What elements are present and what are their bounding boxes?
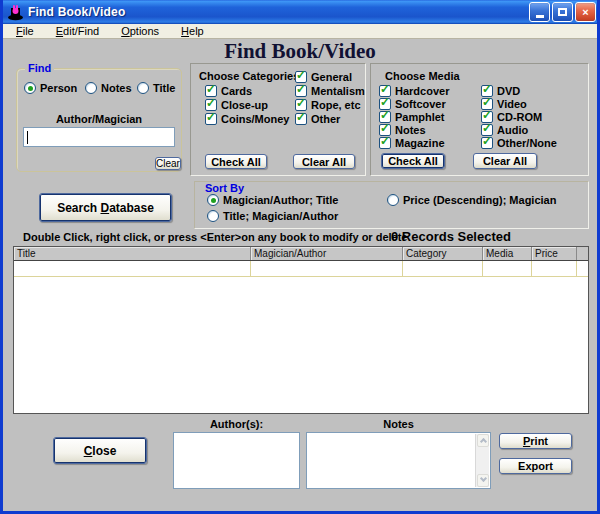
scroll-down-button[interactable] (477, 474, 489, 487)
media-clear-all-button[interactable]: Clear All (473, 153, 537, 169)
check-icon: ✓ (206, 97, 216, 109)
close-icon: × (582, 6, 588, 18)
chevron-up-icon (480, 438, 487, 445)
notes-label: Notes (306, 418, 491, 430)
modify-delete-hint: Double Click, right click, or press <Ent… (23, 231, 407, 243)
check-icon: ✓ (380, 135, 390, 147)
check-icon: ✓ (296, 69, 306, 81)
checkbox-other-category[interactable]: ✓ Other (295, 113, 340, 125)
checkbox-icon: ✓ (379, 137, 391, 149)
page-title: Find Book/Video (3, 39, 597, 64)
check-icon: ✓ (380, 109, 390, 121)
radio-person[interactable]: Person (24, 82, 77, 94)
close-window-button[interactable]: × (575, 2, 596, 22)
categories-panel: Choose Categories ✓ Cards ✓ Close-up ✓ C… (190, 63, 366, 176)
column-header-magician-author[interactable]: Magician/Author (251, 247, 403, 260)
menu-file[interactable]: File (6, 25, 44, 37)
check-icon: ✓ (206, 111, 216, 123)
menu-bar: File Edit/Find Options Help (0, 24, 600, 39)
notes-textarea[interactable] (306, 432, 491, 489)
check-icon: ✓ (482, 83, 492, 95)
check-icon: ✓ (296, 111, 306, 123)
sort-by-caption: Sort By (205, 182, 244, 194)
menu-help[interactable]: Help (171, 25, 214, 37)
chevron-down-icon (480, 475, 487, 482)
column-header-category[interactable]: Category (403, 247, 483, 260)
clear-author-button[interactable]: Clear (155, 157, 181, 170)
radio-icon (85, 82, 97, 94)
scroll-up-button[interactable] (477, 434, 489, 447)
print-button[interactable]: Print (499, 433, 572, 449)
media-caption: Choose Media (385, 70, 460, 82)
results-table[interactable]: Title Magician/Author Category Media Pri… (13, 246, 589, 414)
window-title: Find Book/Video (28, 5, 125, 19)
categories-clear-all-button[interactable]: Clear All (293, 154, 355, 169)
radio-sort-title-magician[interactable]: Title; Magician/Author (207, 210, 338, 222)
column-header-title[interactable]: Title (14, 247, 251, 260)
authors-textarea[interactable] (173, 432, 300, 489)
notes-scrollbar[interactable] (475, 434, 489, 487)
find-group-caption: Find (25, 62, 54, 74)
table-header-row: Title Magician/Author Category Media Pri… (14, 247, 588, 261)
check-icon: ✓ (296, 97, 306, 109)
radio-sort-price-descending[interactable]: Price (Descending); Magician (387, 194, 556, 206)
minimize-icon (536, 15, 544, 18)
checkbox-icon: ✓ (205, 113, 217, 125)
find-group: Find Person Notes Title Author/Magician … (16, 68, 182, 172)
radio-title[interactable]: Title (137, 82, 175, 94)
author-magician-label: Author/Magician (17, 113, 181, 125)
text-caret (27, 131, 28, 144)
check-icon: ✓ (380, 96, 390, 108)
checkbox-coins-money[interactable]: ✓ Coins/Money (205, 113, 289, 125)
check-icon: ✓ (296, 83, 306, 95)
check-icon: ✓ (206, 83, 216, 95)
menu-options[interactable]: Options (111, 25, 169, 37)
checkbox-other-none[interactable]: ✓ Other/None (481, 137, 557, 149)
checkbox-icon: ✓ (481, 137, 493, 149)
sort-by-panel: Sort By Magician/Author; Title Title; Ma… (194, 181, 589, 229)
checkbox-icon: ✓ (295, 113, 307, 125)
categories-check-all-button[interactable]: Check All (205, 154, 267, 169)
maximize-button[interactable] (552, 2, 573, 22)
close-button[interactable]: Close (53, 437, 147, 464)
media-check-all-button[interactable]: Check All (381, 153, 445, 169)
radio-notes[interactable]: Notes (85, 82, 132, 94)
radio-icon (137, 82, 149, 94)
search-database-button[interactable]: Search Database (39, 193, 172, 222)
radio-selected-icon (207, 194, 219, 206)
check-icon: ✓ (482, 135, 492, 147)
table-row[interactable] (14, 261, 588, 277)
app-window: Find Book/Video × File Edit/Find Options… (0, 0, 600, 514)
radio-icon (387, 194, 399, 206)
minimize-button[interactable] (529, 2, 550, 22)
column-header-media[interactable]: Media (483, 247, 532, 260)
check-icon: ✓ (482, 109, 492, 121)
title-bar: Find Book/Video × (0, 0, 600, 24)
author-magician-input[interactable] (23, 127, 175, 147)
radio-sort-magician-title[interactable]: Magician/Author; Title (207, 194, 338, 206)
media-panel: Choose Media ✓ Hardcover ✓ Softcover ✓ P… (370, 63, 589, 176)
export-button[interactable]: Export (499, 458, 572, 474)
check-icon: ✓ (380, 83, 390, 95)
radio-icon (207, 210, 219, 222)
check-icon: ✓ (380, 122, 390, 134)
menu-edit-find[interactable]: Edit/Find (46, 25, 109, 37)
magician-hat-rabbit-icon (7, 4, 24, 21)
maximize-icon (558, 8, 567, 16)
radio-selected-icon (24, 82, 36, 94)
checkbox-magazine[interactable]: ✓ Magazine (379, 137, 445, 149)
check-icon: ✓ (482, 122, 492, 134)
column-header-price[interactable]: Price (532, 247, 577, 260)
check-icon: ✓ (482, 96, 492, 108)
records-selected-count: 0 Records Selected (391, 229, 511, 244)
categories-caption: Choose Categories (199, 70, 299, 82)
authors-label: Author(s): (173, 418, 300, 430)
